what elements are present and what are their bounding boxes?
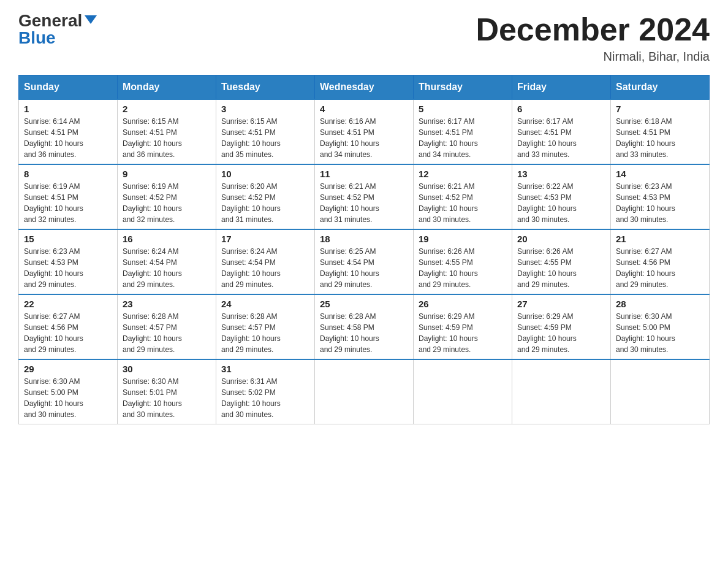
day-info: Sunrise: 6:25 AMSunset: 4:54 PMDaylight:…: [320, 246, 408, 290]
day-number: 26: [419, 299, 507, 309]
day-number: 10: [221, 169, 309, 179]
calendar-cell: 8Sunrise: 6:19 AMSunset: 4:51 PMDaylight…: [19, 164, 118, 229]
day-info: Sunrise: 6:21 AMSunset: 4:52 PMDaylight:…: [320, 181, 408, 225]
day-info: Sunrise: 6:28 AMSunset: 4:57 PMDaylight:…: [123, 311, 211, 355]
day-info: Sunrise: 6:19 AMSunset: 4:52 PMDaylight:…: [123, 181, 211, 225]
day-info: Sunrise: 6:24 AMSunset: 4:54 PMDaylight:…: [221, 246, 309, 290]
day-number: 24: [221, 299, 309, 309]
day-info: Sunrise: 6:17 AMSunset: 4:51 PMDaylight:…: [517, 116, 605, 160]
day-info: Sunrise: 6:15 AMSunset: 4:51 PMDaylight:…: [123, 116, 211, 160]
calendar-cell: 13Sunrise: 6:22 AMSunset: 4:53 PMDayligh…: [512, 164, 611, 229]
day-number: 22: [24, 299, 112, 309]
header-saturday: Saturday: [611, 75, 710, 100]
day-number: 23: [123, 299, 211, 309]
day-number: 31: [221, 364, 309, 374]
calendar-cell: 25Sunrise: 6:28 AMSunset: 4:58 PMDayligh…: [315, 294, 414, 359]
day-info: Sunrise: 6:17 AMSunset: 4:51 PMDaylight:…: [419, 116, 507, 160]
calendar-cell: 24Sunrise: 6:28 AMSunset: 4:57 PMDayligh…: [216, 294, 315, 359]
logo: General Blue: [18, 12, 97, 47]
day-number: 19: [419, 234, 507, 244]
day-info: Sunrise: 6:26 AMSunset: 4:55 PMDaylight:…: [419, 246, 507, 290]
day-info: Sunrise: 6:23 AMSunset: 4:53 PMDaylight:…: [24, 246, 112, 290]
day-info: Sunrise: 6:31 AMSunset: 5:02 PMDaylight:…: [221, 376, 309, 420]
day-number: 3: [221, 104, 309, 114]
month-title: December 2024: [476, 12, 710, 47]
header-monday: Monday: [118, 75, 216, 100]
day-number: 13: [517, 169, 605, 179]
logo-general-text: General: [18, 12, 82, 29]
week-row-2: 8Sunrise: 6:19 AMSunset: 4:51 PMDaylight…: [19, 164, 710, 229]
day-info: Sunrise: 6:21 AMSunset: 4:52 PMDaylight:…: [419, 181, 507, 225]
day-number: 15: [24, 234, 112, 244]
calendar-cell: 19Sunrise: 6:26 AMSunset: 4:55 PMDayligh…: [414, 229, 512, 294]
day-number: 28: [616, 299, 704, 309]
day-info: Sunrise: 6:29 AMSunset: 4:59 PMDaylight:…: [419, 311, 507, 355]
calendar-cell: 5Sunrise: 6:17 AMSunset: 4:51 PMDaylight…: [414, 99, 512, 164]
day-info: Sunrise: 6:24 AMSunset: 4:54 PMDaylight:…: [123, 246, 211, 290]
day-number: 7: [616, 104, 704, 114]
day-number: 12: [419, 169, 507, 179]
day-number: 4: [320, 104, 408, 114]
day-info: Sunrise: 6:19 AMSunset: 4:51 PMDaylight:…: [24, 181, 112, 225]
calendar-cell: 11Sunrise: 6:21 AMSunset: 4:52 PMDayligh…: [315, 164, 414, 229]
calendar-cell: 12Sunrise: 6:21 AMSunset: 4:52 PMDayligh…: [414, 164, 512, 229]
calendar-cell: 26Sunrise: 6:29 AMSunset: 4:59 PMDayligh…: [414, 294, 512, 359]
day-info: Sunrise: 6:30 AMSunset: 5:00 PMDaylight:…: [24, 376, 112, 420]
day-info: Sunrise: 6:15 AMSunset: 4:51 PMDaylight:…: [221, 116, 309, 160]
calendar-cell: 14Sunrise: 6:23 AMSunset: 4:53 PMDayligh…: [611, 164, 710, 229]
header-friday: Friday: [512, 75, 611, 100]
location-subtitle: Nirmali, Bihar, India: [476, 50, 710, 64]
day-info: Sunrise: 6:14 AMSunset: 4:51 PMDaylight:…: [24, 116, 112, 160]
day-number: 29: [24, 364, 112, 374]
week-row-1: 1Sunrise: 6:14 AMSunset: 4:51 PMDaylight…: [19, 99, 710, 164]
day-number: 25: [320, 299, 408, 309]
day-info: Sunrise: 6:26 AMSunset: 4:55 PMDaylight:…: [517, 246, 605, 290]
calendar-cell: 17Sunrise: 6:24 AMSunset: 4:54 PMDayligh…: [216, 229, 315, 294]
day-number: 6: [517, 104, 605, 114]
calendar-cell: [512, 359, 611, 424]
day-info: Sunrise: 6:22 AMSunset: 4:53 PMDaylight:…: [517, 181, 605, 225]
week-row-5: 29Sunrise: 6:30 AMSunset: 5:00 PMDayligh…: [19, 359, 710, 424]
calendar-cell: 1Sunrise: 6:14 AMSunset: 4:51 PMDaylight…: [19, 99, 118, 164]
day-number: 21: [616, 234, 704, 244]
title-section: December 2024 Nirmali, Bihar, India: [476, 12, 710, 64]
calendar-cell: 7Sunrise: 6:18 AMSunset: 4:51 PMDaylight…: [611, 99, 710, 164]
day-info: Sunrise: 6:18 AMSunset: 4:51 PMDaylight:…: [616, 116, 704, 160]
day-number: 8: [24, 169, 112, 179]
calendar-cell: 23Sunrise: 6:28 AMSunset: 4:57 PMDayligh…: [118, 294, 216, 359]
calendar-cell: 20Sunrise: 6:26 AMSunset: 4:55 PMDayligh…: [512, 229, 611, 294]
day-info: Sunrise: 6:28 AMSunset: 4:57 PMDaylight:…: [221, 311, 309, 355]
day-info: Sunrise: 6:16 AMSunset: 4:51 PMDaylight:…: [320, 116, 408, 160]
calendar-header-row: Sunday Monday Tuesday Wednesday Thursday…: [19, 75, 710, 100]
calendar-cell: 18Sunrise: 6:25 AMSunset: 4:54 PMDayligh…: [315, 229, 414, 294]
day-info: Sunrise: 6:29 AMSunset: 4:59 PMDaylight:…: [517, 311, 605, 355]
day-number: 30: [123, 364, 211, 374]
day-number: 9: [123, 169, 211, 179]
day-info: Sunrise: 6:28 AMSunset: 4:58 PMDaylight:…: [320, 311, 408, 355]
calendar-cell: 15Sunrise: 6:23 AMSunset: 4:53 PMDayligh…: [19, 229, 118, 294]
calendar-cell: 10Sunrise: 6:20 AMSunset: 4:52 PMDayligh…: [216, 164, 315, 229]
page-header: General Blue December 2024 Nirmali, Biha…: [18, 12, 710, 64]
calendar-cell: 30Sunrise: 6:30 AMSunset: 5:01 PMDayligh…: [118, 359, 216, 424]
day-number: 27: [517, 299, 605, 309]
day-number: 1: [24, 104, 112, 114]
calendar-cell: 27Sunrise: 6:29 AMSunset: 4:59 PMDayligh…: [512, 294, 611, 359]
day-number: 16: [123, 234, 211, 244]
logo-blue-text: Blue: [18, 29, 56, 47]
calendar-cell: [414, 359, 512, 424]
calendar-cell: 31Sunrise: 6:31 AMSunset: 5:02 PMDayligh…: [216, 359, 315, 424]
header-sunday: Sunday: [19, 75, 118, 100]
calendar-cell: 2Sunrise: 6:15 AMSunset: 4:51 PMDaylight…: [118, 99, 216, 164]
calendar-cell: 4Sunrise: 6:16 AMSunset: 4:51 PMDaylight…: [315, 99, 414, 164]
week-row-3: 15Sunrise: 6:23 AMSunset: 4:53 PMDayligh…: [19, 229, 710, 294]
calendar-cell: 6Sunrise: 6:17 AMSunset: 4:51 PMDaylight…: [512, 99, 611, 164]
day-info: Sunrise: 6:20 AMSunset: 4:52 PMDaylight:…: [221, 181, 309, 225]
day-info: Sunrise: 6:30 AMSunset: 5:00 PMDaylight:…: [616, 311, 704, 355]
day-number: 17: [221, 234, 309, 244]
header-thursday: Thursday: [414, 75, 512, 100]
day-info: Sunrise: 6:27 AMSunset: 4:56 PMDaylight:…: [616, 246, 704, 290]
calendar-cell: 29Sunrise: 6:30 AMSunset: 5:00 PMDayligh…: [19, 359, 118, 424]
day-number: 11: [320, 169, 408, 179]
header-wednesday: Wednesday: [315, 75, 414, 100]
day-number: 5: [419, 104, 507, 114]
